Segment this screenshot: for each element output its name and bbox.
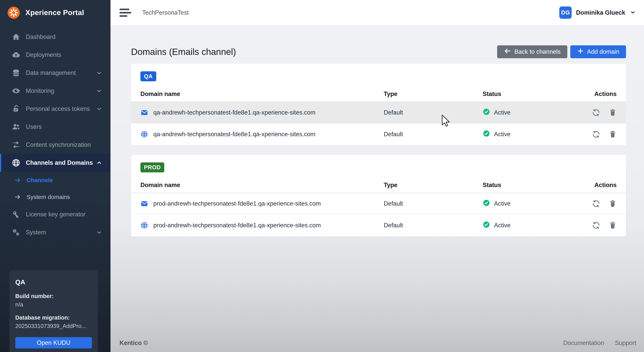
footer-brand: Kentico © bbox=[120, 340, 148, 347]
column-header-status: Status bbox=[483, 182, 580, 189]
arrow-right-icon bbox=[14, 176, 22, 184]
refresh-domain-button[interactable] bbox=[592, 221, 600, 229]
back-to-channels-button[interactable]: Back to channels bbox=[497, 45, 567, 58]
column-header-domain-name: Domain name bbox=[140, 90, 384, 97]
sidebar-item-content-synchronization[interactable]: Content synchronization bbox=[0, 136, 110, 154]
sidebar-item-label: Data management bbox=[26, 69, 76, 76]
add-domain-button[interactable]: Add domain bbox=[570, 45, 626, 58]
status-label: Active bbox=[494, 200, 510, 207]
sidebar-nav: Dashboard Deployments Data management bbox=[0, 28, 110, 241]
home-icon bbox=[12, 33, 20, 41]
table-row[interactable]: qa-andrewh-techpersonatest-fde8e1.qa-xpe… bbox=[131, 102, 626, 123]
arrow-left-icon bbox=[504, 47, 511, 56]
user-menu[interactable]: DG Dominika Glueck bbox=[559, 6, 636, 19]
domain-type: Default bbox=[384, 222, 483, 229]
app-logo[interactable]: Xperience Portal bbox=[0, 0, 110, 25]
plus-icon bbox=[577, 47, 584, 56]
sidebar-item-label: System bbox=[26, 229, 46, 236]
chevron-down-icon bbox=[96, 87, 103, 94]
sidebar-item-label: Personal access tokens bbox=[26, 105, 90, 112]
app-title: Xperience Portal bbox=[26, 8, 84, 17]
build-number-label: Build number: bbox=[15, 293, 92, 300]
table-header: Domain name Type Status Actions bbox=[131, 177, 626, 193]
content-area: Domains (Emails channel) Back to channel… bbox=[110, 25, 644, 352]
delete-domain-button[interactable] bbox=[609, 200, 616, 208]
database-migration-value: 20250331073939_AddPro... bbox=[15, 323, 92, 329]
column-header-type: Type bbox=[384, 182, 483, 189]
table-row[interactable]: prod-andrewh-techpersonatest-fde8e1.qa-x… bbox=[131, 215, 626, 236]
menu-toggle-icon[interactable] bbox=[120, 8, 131, 17]
sidebar-item-deployments[interactable]: Deployments bbox=[0, 46, 110, 64]
sidebar-item-license-key-generator[interactable]: License key generator bbox=[0, 205, 110, 223]
column-header-actions: Actions bbox=[580, 182, 616, 189]
arrow-right-icon bbox=[14, 193, 22, 201]
refresh-domain-button[interactable] bbox=[592, 108, 600, 117]
sidebar-subitem-channels[interactable]: Channels bbox=[0, 172, 110, 189]
qa-domains-card: QA Domain name Type Status Actions qa-an… bbox=[131, 64, 626, 145]
domain-type: Default bbox=[384, 200, 483, 207]
refresh-domain-button[interactable] bbox=[592, 200, 600, 208]
sidebar-item-channels-and-domains[interactable]: Channels and Domains bbox=[0, 154, 110, 172]
sidebar-item-users[interactable]: Users bbox=[0, 118, 110, 136]
globe-icon bbox=[140, 130, 148, 138]
sidebar-item-personal-access-tokens[interactable]: Personal access tokens bbox=[0, 100, 110, 118]
sidebar-item-label: Deployments bbox=[26, 51, 61, 58]
sidebar-subitem-label: System domains bbox=[26, 194, 70, 200]
sidebar-item-label: Monitoring bbox=[26, 87, 54, 94]
chevron-down-icon bbox=[96, 229, 103, 236]
chevron-down-icon bbox=[96, 105, 103, 112]
gears-icon bbox=[12, 228, 20, 237]
column-header-actions: Actions bbox=[580, 90, 616, 97]
sidebar-item-monitoring[interactable]: Monitoring bbox=[0, 82, 110, 100]
chevron-down-icon bbox=[96, 69, 103, 76]
column-header-domain-name: Domain name bbox=[140, 182, 384, 189]
sidebar-item-dashboard[interactable]: Dashboard bbox=[0, 28, 110, 46]
environment-info-panel: QA Build number: n/a Database migration:… bbox=[10, 270, 98, 352]
open-kudu-button[interactable]: Open KUDU bbox=[15, 337, 92, 349]
chevron-down-icon bbox=[630, 9, 636, 16]
delete-domain-button[interactable] bbox=[609, 130, 616, 138]
project-name: TechPersonaTest bbox=[142, 9, 189, 16]
status-active-icon bbox=[483, 221, 490, 230]
delete-domain-button[interactable] bbox=[609, 108, 616, 117]
domain-type: Default bbox=[384, 131, 483, 138]
status-label: Active bbox=[494, 222, 510, 229]
app-window: Xperience Portal Dashboard Deployments D… bbox=[0, 0, 644, 352]
globe-icon bbox=[140, 221, 148, 229]
delete-domain-button[interactable] bbox=[609, 221, 616, 229]
domain-name: qa-andrewh-techpersonatest-fde8e1.qa-xpe… bbox=[153, 131, 316, 138]
domain-type: Default bbox=[384, 109, 483, 116]
environment-badge-qa: QA bbox=[140, 71, 156, 81]
build-number-value: n/a bbox=[15, 301, 92, 308]
table-row[interactable]: prod-andrewh-techpersonatest-fde8e1.qa-x… bbox=[131, 193, 626, 215]
footer-link-support[interactable]: Support bbox=[615, 340, 636, 347]
sidebar-subitem-label: Channels bbox=[26, 177, 53, 184]
domain-name: prod-andrewh-techpersonatest-fde8e1.qa-x… bbox=[153, 222, 321, 229]
envelope-icon bbox=[140, 109, 148, 116]
globe-icon bbox=[12, 158, 20, 167]
cloud-upload-icon bbox=[12, 51, 20, 59]
page-title: Domains (Emails channel) bbox=[131, 46, 236, 57]
prod-domains-card: PROD Domain name Type Status Actions pro… bbox=[131, 155, 626, 237]
column-header-status: Status bbox=[483, 90, 580, 97]
database-icon bbox=[12, 69, 20, 77]
sidebar-item-label: Content synchronization bbox=[26, 141, 91, 148]
table-header: Domain name Type Status Actions bbox=[131, 86, 626, 102]
footer-link-documentation[interactable]: Documentation bbox=[563, 340, 604, 347]
table-row[interactable]: qa-andrewh-techpersonatest-fde8e1.qa-xpe… bbox=[131, 123, 626, 145]
sidebar-item-data-management[interactable]: Data management bbox=[0, 64, 110, 82]
sidebar-item-label: Users bbox=[26, 123, 42, 130]
add-domain-label: Add domain bbox=[587, 48, 619, 55]
users-icon bbox=[12, 123, 20, 131]
kentico-logo-icon bbox=[7, 6, 20, 19]
main-area: TechPersonaTest DG Dominika Glueck Domai… bbox=[110, 0, 644, 352]
domain-name: prod-andrewh-techpersonatest-fde8e1.qa-x… bbox=[153, 200, 321, 207]
refresh-domain-button[interactable] bbox=[592, 130, 600, 138]
sidebar-item-system[interactable]: System bbox=[0, 223, 110, 241]
footer: Kentico © Documentation Support bbox=[110, 334, 644, 352]
back-to-channels-label: Back to channels bbox=[514, 48, 560, 55]
sidebar-subitem-system-domains[interactable]: System domains bbox=[0, 189, 110, 205]
domain-name: qa-andrewh-techpersonatest-fde8e1.qa-xpe… bbox=[153, 109, 316, 116]
environment-name: QA bbox=[15, 278, 92, 286]
status-label: Active bbox=[494, 109, 510, 116]
